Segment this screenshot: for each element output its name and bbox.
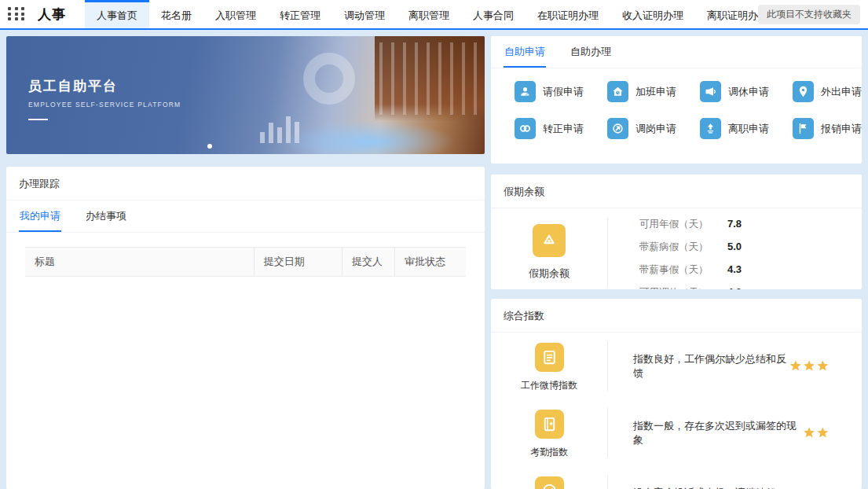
- app-item-label: 离职申请: [728, 122, 769, 136]
- star-rating: ★★: [804, 406, 831, 459]
- recycle-triangle-icon: [533, 224, 566, 257]
- nav-tab[interactable]: 转正管理: [268, 0, 332, 28]
- tracking-tabs: 我的申请办结事项: [6, 200, 485, 233]
- banner-underline-decoration: [28, 119, 48, 120]
- top-nav-bar: 人事 人事首页花名册入职管理转正管理调动管理离职管理人事合同在职证明办理收入证明…: [0, 0, 868, 30]
- banner-carousel: 员工自助平台 EMPLOYEE SELF-SERVICE PLATFORM: [6, 36, 485, 154]
- app-item-label: 外出申请: [821, 85, 862, 99]
- tracking-table: 标题提交日期提交人审批状态: [25, 247, 466, 434]
- star-icon: ★: [817, 425, 830, 441]
- favorite-unsupported-button[interactable]: 此项目不支持收藏夹: [758, 5, 860, 24]
- nav-tabs: 人事首页花名册入职管理转正管理调动管理离职管理人事合同在职证明办理收入证明办理离…: [85, 0, 865, 28]
- banner-glow-decoration: [284, 120, 456, 154]
- leave-days-value: 7.8: [727, 218, 742, 230]
- star-icon: ★: [789, 358, 803, 374]
- nav-tab[interactable]: 离职管理: [397, 0, 461, 28]
- table-col-header: 提交日期: [255, 248, 342, 276]
- app-item[interactable]: 调休申请: [676, 81, 769, 102]
- tracking-title: 办理跟踪: [6, 167, 485, 200]
- app-item-label: 调休申请: [728, 85, 769, 99]
- app-grid: 请假申请加班申请调休申请外出申请转正申请调岗申请离职申请报销申请: [491, 68, 862, 139]
- leave-balance-icon-label: 假期余额: [529, 267, 570, 281]
- tracking-tab[interactable]: 办结事项: [85, 200, 127, 232]
- leave-type-label: 带薪事假（天）: [639, 263, 727, 277]
- tracking-tab[interactable]: 我的申请: [19, 200, 61, 232]
- composite-index-rows: 工作微博指数指数良好，工作偶尔缺少总结和反馈★★★考勤指数指数一般，存在多次迟到…: [491, 333, 862, 489]
- index-icon-column: 工作微博指数: [491, 340, 607, 392]
- leave-days-value: 4.0: [727, 286, 742, 289]
- location-pin-icon: [793, 81, 814, 102]
- leave-days-value: 5.0: [727, 241, 742, 252]
- app-item-label: 转正申请: [543, 122, 584, 136]
- banner-chart-panel-decoration: [375, 36, 485, 121]
- linked-rings-icon: [515, 118, 536, 139]
- nav-tab[interactable]: 调动管理: [332, 0, 397, 28]
- composite-index-title: 综合指数: [491, 299, 862, 333]
- leave-balance-card: 假期余额 假期余额 可用年假（天）7.8带薪病假（天）5.0带薪事假（天）4.3…: [491, 175, 862, 289]
- app-item[interactable]: 请假申请: [491, 81, 584, 102]
- index-description: 指数一般，存在多次迟到或漏签的现象: [608, 406, 804, 459]
- leave-type-label: 可用年假（天）: [639, 218, 727, 231]
- leave-balance-icon-column: 假期余额: [491, 216, 607, 289]
- app-item-label: 调岗申请: [635, 122, 676, 136]
- star-icon: ★: [817, 358, 830, 374]
- composite-index-card: 综合指数 工作微博指数指数良好，工作偶尔缺少总结和反馈★★★考勤指数指数一般，存…: [491, 299, 862, 489]
- index-label: 工作微博指数: [521, 379, 577, 392]
- index-label: 考勤指数: [530, 446, 568, 459]
- app-item[interactable]: 转正申请: [491, 118, 584, 139]
- house-clock-icon: [607, 81, 628, 102]
- index-icon-column: 考勤指数: [491, 406, 607, 459]
- self-service-card: 自助申请自助办理 请假申请加班申请调休申请外出申请转正申请调岗申请离职申请报销申…: [491, 36, 862, 164]
- flag-icon: [793, 118, 814, 139]
- app-item-label: 加班申请: [635, 85, 676, 99]
- right-column: 自助申请自助办理 请假申请加班申请调休申请外出申请转正申请调岗申请离职申请报销申…: [491, 36, 862, 489]
- star-rating: ★★★: [789, 340, 830, 392]
- apps-grid-icon[interactable]: [8, 7, 27, 21]
- banner-title: 员工自助平台: [28, 77, 181, 95]
- check-circle-icon: [535, 476, 564, 489]
- app-item[interactable]: 离职申请: [676, 118, 769, 139]
- leave-balance-body: 假期余额 可用年假（天）7.8带薪病假（天）5.0带薪事假（天）4.3可用调休（…: [491, 208, 862, 289]
- table-col-header: 审批状态: [395, 248, 466, 276]
- leave-balance-row: 可用调休（天）4.0: [639, 286, 862, 289]
- person-up-arrow-icon: [700, 118, 721, 139]
- nav-tab[interactable]: 在职证明办理: [526, 0, 610, 28]
- index-row: 工作微博指数指数良好，工作偶尔缺少总结和反馈★★★: [491, 333, 862, 399]
- index-description: 指数良好，工作偶尔缺少总结和反馈: [608, 340, 789, 392]
- leave-days-value: 4.3: [727, 263, 742, 275]
- nav-tab[interactable]: 花名册: [149, 0, 203, 28]
- leave-balance-row: 带薪病假（天）5.0: [639, 241, 862, 254]
- app-item[interactable]: 外出申请: [769, 81, 862, 102]
- star-icon: ★: [804, 425, 817, 441]
- circle-arrow-icon: [607, 118, 628, 139]
- app-item-label: 报销申请: [821, 122, 862, 136]
- banner-subtitle: EMPLOYEE SELF-SERVICE PLATFORM: [28, 101, 181, 108]
- nav-tab[interactable]: 入职管理: [203, 0, 268, 28]
- app-item[interactable]: 调岗申请: [584, 118, 676, 139]
- nav-tab[interactable]: 收入证明办理: [610, 0, 695, 28]
- app-item[interactable]: 报销申请: [769, 118, 862, 139]
- self-service-tabs: 自助申请自助办理: [491, 36, 862, 68]
- app-title: 人事: [38, 6, 66, 24]
- nav-tab[interactable]: 人事首页: [85, 0, 149, 28]
- leave-type-label: 带薪病假（天）: [639, 241, 727, 254]
- index-description: 没有客户投诉或表扬，请继续努力: [608, 473, 776, 489]
- carousel-dot[interactable]: [207, 144, 212, 149]
- self-service-tab[interactable]: 自助办理: [570, 36, 612, 68]
- self-service-tab[interactable]: 自助申请: [504, 36, 546, 68]
- star-rating: ★★★★: [776, 473, 830, 489]
- index-row: 考勤指数指数一般，存在多次迟到或漏签的现象★★: [491, 399, 862, 466]
- banner-text-block: 员工自助平台 EMPLOYEE SELF-SERVICE PLATFORM: [28, 77, 181, 120]
- leave-balance-title: 假期余额: [491, 175, 862, 208]
- leave-balance-row: 可用年假（天）7.8: [639, 218, 862, 231]
- app-item-label: 请假申请: [543, 85, 584, 99]
- tracking-card: 办理跟踪 我的申请办结事项 标题提交日期提交人审批状态: [6, 167, 485, 489]
- page-content: 员工自助平台 EMPLOYEE SELF-SERVICE PLATFORM 办理…: [0, 30, 868, 489]
- app-item[interactable]: 加班申请: [584, 81, 676, 102]
- nav-tab[interactable]: 人事合同: [461, 0, 526, 28]
- banner-donut-chart-decoration: [303, 53, 355, 105]
- leave-type-label: 可用调休（天）: [639, 286, 727, 289]
- table-col-header: 提交人: [342, 248, 395, 276]
- index-row: 客户投诉或表扬没有客户投诉或表扬，请继续努力★★★★: [491, 466, 862, 489]
- left-column: 员工自助平台 EMPLOYEE SELF-SERVICE PLATFORM 办理…: [6, 36, 485, 489]
